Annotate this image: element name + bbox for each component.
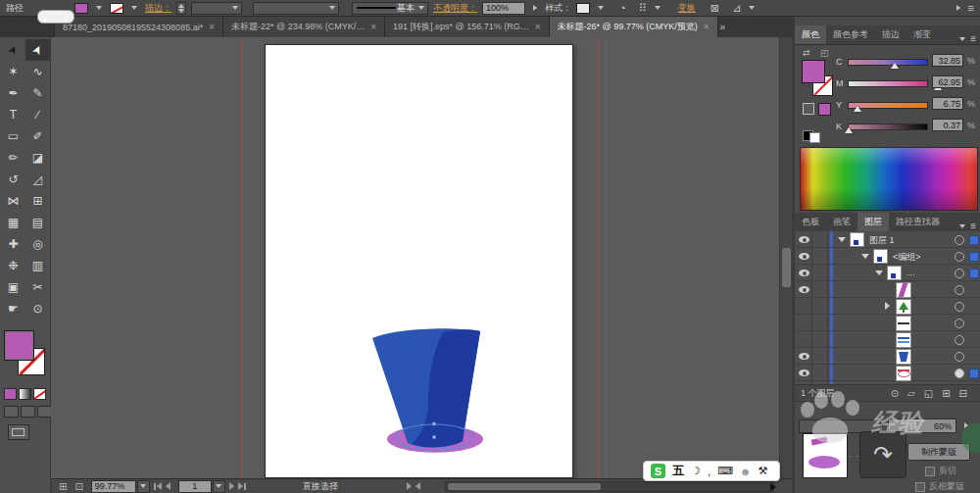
visibility-eye-icon[interactable] — [799, 286, 809, 293]
locate-object-icon[interactable]: ⊙ — [891, 388, 899, 399]
paintbrush-tool[interactable]: ✐ — [25, 125, 50, 147]
target-circle[interactable] — [955, 335, 964, 345]
stroke-link[interactable]: 描边： — [145, 2, 172, 15]
align-icon[interactable]: ⠿ — [639, 2, 647, 15]
panel-collapse-caret[interactable] — [956, 5, 960, 11]
scale-tool[interactable]: ◿ — [25, 169, 50, 190]
prev-artboard-button[interactable] — [166, 482, 171, 490]
layer-row-cup[interactable] — [795, 348, 980, 365]
visibility-eye-icon[interactable] — [799, 353, 809, 360]
tab-color[interactable]: 颜色 — [795, 25, 826, 44]
mask-slot[interactable]: ↷ — [859, 431, 906, 478]
target-circle[interactable] — [955, 235, 964, 245]
toolbox-icon[interactable]: ⚒ — [758, 465, 767, 477]
first-artboard-button[interactable] — [154, 482, 162, 490]
ime-logo-icon[interactable]: S — [651, 464, 665, 478]
channel-value-field[interactable]: 6.75 — [932, 97, 963, 110]
none-mode-button[interactable] — [33, 388, 46, 400]
tab-layers[interactable]: 图层 — [858, 213, 889, 231]
panel-menu-icon[interactable]: ≡ — [956, 33, 976, 44]
gradient-mode-button[interactable] — [19, 388, 31, 400]
punctuation-icon[interactable]: , — [708, 466, 710, 477]
tab-swatches[interactable]: 色板 — [795, 213, 826, 231]
layer-name[interactable]: … — [906, 268, 915, 277]
channel-slider[interactable] — [848, 123, 928, 130]
stroke-weight-stepper[interactable] — [176, 2, 186, 15]
selection-indicator[interactable] — [969, 235, 979, 245]
selection-indicator[interactable] — [969, 269, 979, 278]
stroke-weight-dropdown[interactable] — [191, 2, 242, 15]
layer-row-tree-group[interactable] — [795, 298, 980, 315]
layer-row-layer1[interactable]: 图层 1 — [795, 231, 980, 248]
draw-behind-button[interactable] — [21, 406, 35, 418]
anchor-point[interactable] — [433, 422, 436, 425]
brush-definition-dropdown[interactable]: 基本 — [352, 2, 428, 15]
channel-value-field[interactable]: 0.37 — [932, 119, 963, 131]
control-panel-menu-icon[interactable]: ≡ — [968, 2, 974, 14]
channel-slider[interactable] — [848, 59, 928, 66]
fill-proxy-swatch[interactable] — [4, 330, 34, 361]
close-icon[interactable]: × — [209, 22, 215, 32]
color-mode-button[interactable] — [4, 388, 17, 400]
ime-expand-arrow[interactable] — [770, 483, 776, 491]
target-circle[interactable] — [955, 252, 964, 262]
blend-tool[interactable]: ◎ — [25, 233, 50, 255]
transform-link[interactable]: 变换 — [678, 2, 696, 15]
target-circle[interactable] — [955, 302, 964, 312]
out-of-gamut-icon[interactable] — [803, 103, 814, 115]
opacity-link[interactable]: 不透明度： — [433, 2, 477, 15]
new-sublayer-icon[interactable]: ◱ — [924, 388, 933, 399]
tab-color-guide[interactable]: 颜色参考 — [826, 25, 875, 44]
make-clipping-mask-icon[interactable]: ▱ — [907, 388, 915, 399]
object-thumbnail[interactable] — [803, 433, 848, 478]
transform-icon[interactable]: ⊠ — [710, 2, 719, 15]
disclosure-triangle[interactable] — [861, 254, 869, 259]
direct-selection-tool[interactable]: ➤ — [25, 39, 50, 61]
draw-normal-button[interactable] — [4, 406, 19, 418]
moon-icon[interactable]: ☽ — [691, 465, 701, 477]
checkbox-icon[interactable] — [915, 482, 925, 492]
symbol-sprayer-tool[interactable]: ❉ — [1, 255, 25, 276]
visibility-eye-icon[interactable] — [799, 370, 809, 376]
close-icon[interactable]: × — [370, 22, 376, 32]
checkbox-icon[interactable] — [925, 467, 935, 476]
recolor-artwork-icon[interactable]: ◔ — [619, 2, 626, 14]
slider-marker[interactable] — [845, 127, 853, 133]
in-gamut-swatch[interactable] — [818, 103, 831, 116]
style-swatch[interactable] — [576, 3, 590, 14]
disclosure-triangle[interactable] — [875, 271, 883, 275]
document-tab-2[interactable]: 未标题-22* @ 234.98% (CMYK/… × — [223, 17, 385, 37]
stroke-dropdown-caret[interactable] — [131, 6, 137, 10]
mesh-tool[interactable]: ▦ — [1, 212, 25, 233]
eyedropper-tool[interactable]: ✚ — [1, 233, 25, 255]
selection-indicator[interactable] — [969, 369, 979, 378]
rectangle-tool[interactable]: ▭ — [1, 125, 25, 147]
perspective-grid-tool[interactable]: ⊞ — [25, 190, 50, 212]
visibility-eye-icon[interactable] — [799, 270, 809, 276]
vertical-scrollbar-thumb[interactable] — [782, 248, 791, 287]
tab-gradient[interactable]: 渐变 — [906, 25, 938, 44]
artboard-number-field[interactable]: 1 — [178, 480, 212, 493]
artboard-dropdown-caret[interactable] — [213, 480, 225, 493]
zoom-dropdown-caret[interactable] — [137, 480, 150, 493]
layer-row-subgroup[interactable]: … — [795, 265, 980, 281]
tab-pathfinder[interactable]: 路径查找器 — [889, 213, 947, 231]
default-fill-stroke-icon[interactable]: ◰ — [820, 48, 829, 58]
slider-marker[interactable] — [854, 106, 861, 112]
canvas-area[interactable] — [51, 37, 792, 478]
layer-row-blue-lines[interactable] — [795, 331, 980, 348]
tab-brushes[interactable]: 画笔 — [826, 213, 858, 231]
invert-mask-checkbox[interactable]: 反相蒙版 — [915, 480, 964, 493]
close-icon[interactable]: × — [535, 22, 541, 32]
width-tool[interactable]: ⋈ — [1, 190, 25, 212]
black-white-swatches[interactable] — [803, 130, 820, 139]
export-icon[interactable]: ⊡ — [74, 481, 82, 492]
type-tool[interactable]: T — [1, 104, 25, 125]
column-graph-tool[interactable]: ▥ — [25, 255, 50, 276]
document-tab-3[interactable]: 191 [转换].eps* @ 156.71% (RG… × — [385, 17, 550, 37]
channel-value-field[interactable]: 32.85 — [932, 54, 963, 67]
variable-width-dropdown[interactable] — [253, 2, 339, 15]
slice-tool[interactable]: ✂ — [25, 276, 50, 298]
vertical-scrollbar[interactable] — [779, 37, 792, 478]
keyboard-icon[interactable]: ⌨ — [717, 465, 733, 477]
